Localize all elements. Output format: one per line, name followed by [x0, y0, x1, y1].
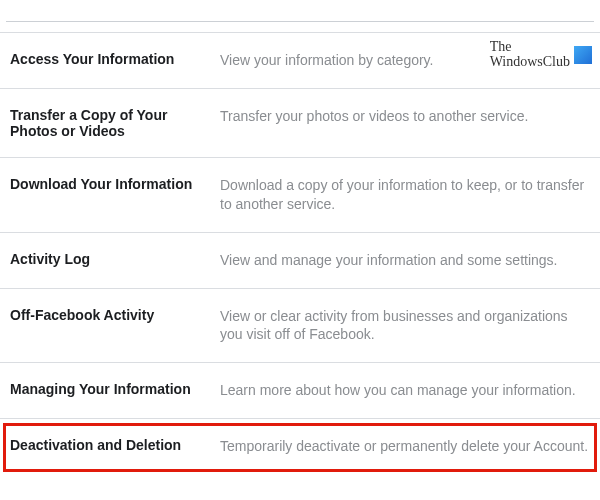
row-label: Download Your Information	[10, 176, 220, 192]
settings-list: Access Your Information View your inform…	[0, 32, 600, 474]
row-desc: Transfer your photos or videos to anothe…	[220, 107, 590, 126]
row-label: Off-Facebook Activity	[10, 307, 220, 323]
row-activity-log[interactable]: Activity Log View and manage your inform…	[0, 232, 600, 288]
row-desc: Temporarily deactivate or permanently de…	[220, 437, 590, 456]
row-access-your-information[interactable]: Access Your Information View your inform…	[0, 32, 600, 88]
row-label: Deactivation and Deletion	[10, 437, 220, 453]
row-desc: View your information by category.	[220, 51, 590, 70]
row-off-facebook-activity[interactable]: Off-Facebook Activity View or clear acti…	[0, 288, 600, 363]
row-label: Managing Your Information	[10, 381, 220, 397]
row-deactivation-deletion[interactable]: Deactivation and Deletion Temporarily de…	[0, 418, 600, 474]
top-divider	[6, 0, 594, 22]
row-download-information[interactable]: Download Your Information Download a cop…	[0, 157, 600, 232]
row-label: Transfer a Copy of Your Photos or Videos	[10, 107, 220, 139]
row-desc: Learn more about how you can manage your…	[220, 381, 590, 400]
row-managing-information[interactable]: Managing Your Information Learn more abo…	[0, 362, 600, 418]
row-label: Access Your Information	[10, 51, 220, 67]
row-transfer-copy[interactable]: Transfer a Copy of Your Photos or Videos…	[0, 88, 600, 157]
row-desc: Download a copy of your information to k…	[220, 176, 590, 214]
row-label: Activity Log	[10, 251, 220, 267]
row-desc: View and manage your information and som…	[220, 251, 590, 270]
row-desc: View or clear activity from businesses a…	[220, 307, 590, 345]
